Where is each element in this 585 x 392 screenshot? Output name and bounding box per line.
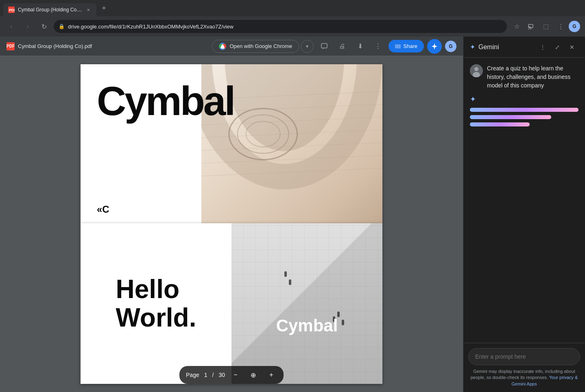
profile-avatar[interactable]: G [569, 21, 580, 32]
chrome-icon [219, 43, 226, 50]
open-chrome-dropdown-button[interactable]: ▾ [301, 40, 314, 53]
pdf-page-2: HelloWorld. Cymbal [81, 223, 382, 384]
gemini-sidebar: ✦ Gemini ⋮ ⤢ ✕ Create a quiz to help l [463, 37, 585, 392]
forward-button[interactable]: › [21, 20, 34, 33]
gemini-header-star-icon: ✦ [470, 43, 475, 51]
print-button[interactable]: 🖨 [335, 39, 349, 54]
more-options-button[interactable]: ⋮ [371, 39, 385, 54]
browser-chrome: PDF Cymbal Group (Holding Co.... ✕ + ‹ ›… [0, 0, 585, 37]
share-label: Share [403, 43, 417, 49]
svg-rect-7 [321, 44, 327, 48]
user-profile-icon [470, 64, 483, 77]
cast-icon[interactable] [525, 20, 538, 33]
gemini-header-actions: ⋮ ⤢ ✕ [536, 41, 578, 54]
comment-button[interactable] [317, 39, 332, 54]
svg-point-6 [221, 45, 224, 48]
prompt-input[interactable] [468, 348, 580, 365]
gemini-more-button[interactable]: ⋮ [536, 41, 549, 54]
page2-right: Cymbal [231, 223, 382, 384]
download-button[interactable]: ⬇ [353, 39, 367, 54]
pdf-toolbar-right: 🖨 ⬇ ⋮ Share G [317, 39, 456, 54]
gemini-header-title: Gemini [478, 44, 533, 51]
address-bar[interactable]: 🔒 drive.google.com/file/d/1rKzuhR1JUnXbb… [54, 20, 507, 33]
open-with-chrome-button[interactable]: Open with Google Chrome [212, 40, 299, 53]
pdf-file-icon: PDF [7, 42, 15, 50]
active-tab[interactable]: PDF Cymbal Group (Holding Co.... ✕ [3, 3, 96, 16]
gemini-response-loading: ✦ [470, 95, 578, 126]
new-tab-button[interactable]: + [98, 2, 109, 14]
gemini-close-button[interactable]: ✕ [565, 41, 578, 54]
pdf-toolbar: PDF Cymbal Group (Holding Co).pdf O [0, 37, 463, 56]
gemini-footer: Gemini may display inaccurate info, incl… [463, 343, 585, 392]
lock-icon: 🔒 [59, 24, 65, 29]
loading-bar-1 [470, 108, 578, 112]
loading-bar-2 [470, 115, 551, 119]
tab-close-button[interactable]: ✕ [85, 7, 92, 13]
page-zoom-out-button[interactable]: − [230, 369, 241, 381]
page1-logo: «C [97, 204, 109, 215]
hello-world-text: HelloWorld. [100, 259, 213, 348]
navigation-bar: ‹ › ↻ 🔒 drive.google.com/file/d/1rKzuhR1… [0, 16, 585, 37]
pdf-pages-container[interactable]: Cymbal «C HelloWorld. [0, 56, 463, 392]
page-current: 1 [204, 372, 207, 378]
pdf-user-avatar[interactable]: G [445, 41, 456, 52]
gemini-disclaimer: Gemini may display inaccurate info, incl… [468, 368, 580, 387]
back-button[interactable]: ‹ [5, 20, 18, 33]
gemini-user-message-text: Create a quiz to help learn the history,… [487, 64, 578, 90]
gemini-expand-button[interactable]: ⤢ [551, 41, 564, 54]
diagonal-overlay [231, 223, 382, 384]
nav-right-actions: ☆ ⬚ ⋮ G [510, 20, 580, 33]
page-zoom-in-button[interactable]: + [266, 369, 277, 381]
main-content: PDF Cymbal Group (Holding Co).pdf O [0, 37, 585, 392]
svg-text:PDF: PDF [9, 8, 15, 12]
gemini-body: Create a quiz to help learn the history,… [463, 58, 585, 343]
tab-bar: PDF Cymbal Group (Holding Co.... ✕ + [0, 0, 585, 16]
more-menu-icon[interactable]: ⋮ [554, 20, 567, 33]
gemini-star-icon [431, 43, 438, 50]
address-text: drive.google.com/file/d/1rKzuhR1JUnXbbxO… [68, 24, 502, 30]
page-total: 30 [218, 372, 225, 378]
bookmark-icon[interactable]: ☆ [510, 20, 523, 33]
svg-point-23 [474, 67, 478, 71]
gemini-sidebar-toggle-button[interactable] [427, 39, 442, 54]
tab-title: Cymbal Group (Holding Co.... [18, 7, 82, 13]
page-fit-button[interactable]: ⊕ [248, 369, 259, 381]
pdf-viewer: PDF Cymbal Group (Holding Co).pdf O [0, 37, 463, 392]
gemini-header: ✦ Gemini ⋮ ⤢ ✕ [463, 37, 585, 58]
share-button[interactable]: Share [389, 40, 424, 52]
gemini-user-message: Create a quiz to help learn the history,… [470, 64, 578, 90]
svg-point-3 [528, 29, 529, 30]
svg-rect-8 [395, 44, 401, 48]
page-navigation-controls: − ⊕ + [230, 369, 277, 381]
page-separator: / [212, 372, 214, 378]
page-indicator: Page 1 / 30 − ⊕ + [179, 366, 284, 384]
gemini-response-icon: ✦ [470, 95, 578, 104]
pdf-filename: Cymbal Group (Holding Co).pdf [18, 43, 92, 49]
open-chrome-label: Open with Google Chrome [229, 43, 292, 49]
page-label: Page [186, 372, 199, 378]
gemini-user-avatar [470, 64, 483, 77]
cymbal-title: Cymbal [97, 81, 234, 121]
share-icon [395, 44, 401, 49]
loading-bars-container [470, 108, 578, 126]
reload-button[interactable]: ↻ [37, 20, 50, 33]
loading-bar-3 [470, 122, 530, 126]
cymbal-overlay-text: Cymbal [276, 316, 338, 335]
sidebar-icon[interactable]: ⬚ [539, 20, 552, 33]
tab-favicon-icon: PDF [8, 7, 15, 13]
page2-left: HelloWorld. [81, 223, 231, 384]
pdf-page-1: Cymbal «C [81, 64, 382, 223]
